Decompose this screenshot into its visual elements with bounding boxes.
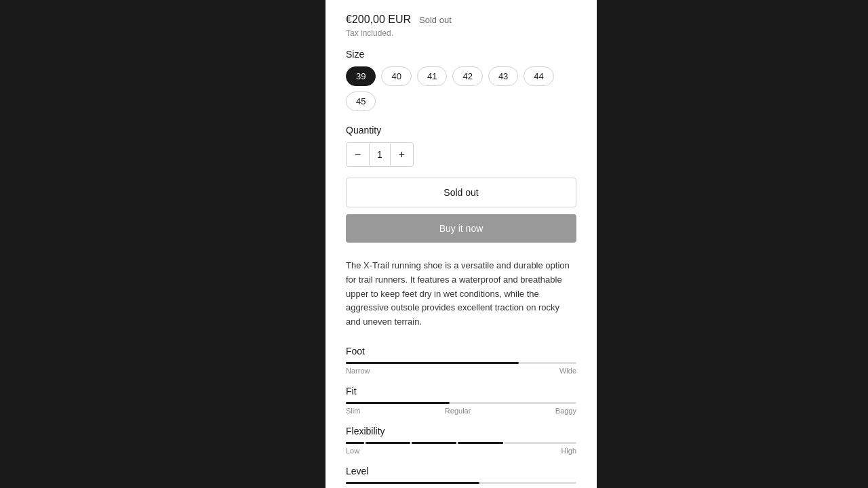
- foot-attribute: Foot Narrow Wide: [346, 346, 576, 375]
- size-option-41[interactable]: 41: [417, 66, 447, 86]
- size-option-44[interactable]: 44: [524, 66, 553, 86]
- tax-info: Tax included.: [346, 28, 576, 38]
- quantity-label: Quantity: [346, 125, 576, 136]
- flex-label-high: High: [561, 447, 576, 455]
- flexibility-attribute: Flexibility Low High: [346, 426, 576, 455]
- foot-title: Foot: [346, 346, 576, 357]
- fit-label-slim: Slim: [346, 407, 360, 415]
- sidebar-right: [597, 0, 868, 488]
- size-grid: 39 40 41 42 43 44 45: [346, 66, 576, 111]
- sold-out-button: Sold out: [346, 178, 576, 207]
- foot-slider-track: [346, 362, 576, 364]
- level-slider-fill: [346, 482, 479, 484]
- foot-label-wide: Wide: [559, 367, 576, 375]
- size-option-45[interactable]: 45: [346, 92, 376, 111]
- foot-slider-labels: Narrow Wide: [346, 367, 576, 375]
- fit-slider-track: [346, 402, 576, 404]
- size-option-42[interactable]: 42: [452, 66, 482, 86]
- quantity-section: Quantity − 1 +: [346, 125, 576, 167]
- flexibility-title: Flexibility: [346, 426, 576, 436]
- flex-seg-2: [366, 442, 410, 444]
- flexibility-slider: [346, 442, 576, 444]
- product-price: €200,00 EUR: [346, 14, 411, 26]
- flex-seg-1: [346, 442, 364, 444]
- level-slider-track: [346, 482, 576, 484]
- fit-label-baggy: Baggy: [555, 407, 576, 415]
- quantity-decrease-button[interactable]: −: [347, 143, 369, 166]
- size-label: Size: [346, 49, 576, 60]
- fit-title: Fit: [346, 386, 576, 396]
- level-attribute: Level Beginner Intermediate Advanced Pro: [346, 466, 576, 488]
- size-option-43[interactable]: 43: [488, 66, 518, 86]
- flexibility-slider-labels: Low High: [346, 447, 576, 455]
- fit-slider-labels: Slim Regular Baggy: [346, 407, 576, 415]
- price-row: €200,00 EUR Sold out: [346, 14, 576, 26]
- buy-now-button[interactable]: Buy it now: [346, 214, 576, 243]
- size-option-39[interactable]: 39: [346, 66, 376, 86]
- flex-label-low: Low: [346, 447, 359, 455]
- flex-seg-4: [458, 442, 502, 444]
- product-detail-panel: €200,00 EUR Sold out Tax included. Size …: [326, 0, 597, 488]
- page-wrapper: €200,00 EUR Sold out Tax included. Size …: [0, 0, 868, 488]
- fit-label-regular: Regular: [360, 407, 555, 415]
- quantity-value: 1: [369, 144, 390, 165]
- fit-slider-fill: [346, 402, 450, 404]
- fit-attribute: Fit Slim Regular Baggy: [346, 386, 576, 415]
- sidebar-left: [0, 0, 326, 488]
- product-description: The X-Trail running shoe is a versatile …: [346, 259, 576, 329]
- quantity-increase-button[interactable]: +: [391, 143, 413, 166]
- foot-slider-fill: [346, 362, 519, 364]
- sold-out-status: Sold out: [419, 15, 452, 25]
- level-title: Level: [346, 466, 576, 476]
- flex-seg-5: [505, 442, 576, 444]
- quantity-control: − 1 +: [346, 142, 414, 167]
- flex-seg-3: [412, 442, 456, 444]
- foot-label-narrow: Narrow: [346, 367, 370, 375]
- size-option-40[interactable]: 40: [381, 66, 411, 86]
